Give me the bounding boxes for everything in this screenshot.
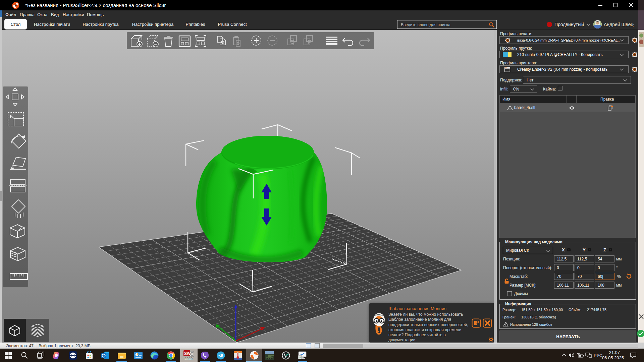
svg-text:2020: 2020 — [184, 357, 193, 361]
